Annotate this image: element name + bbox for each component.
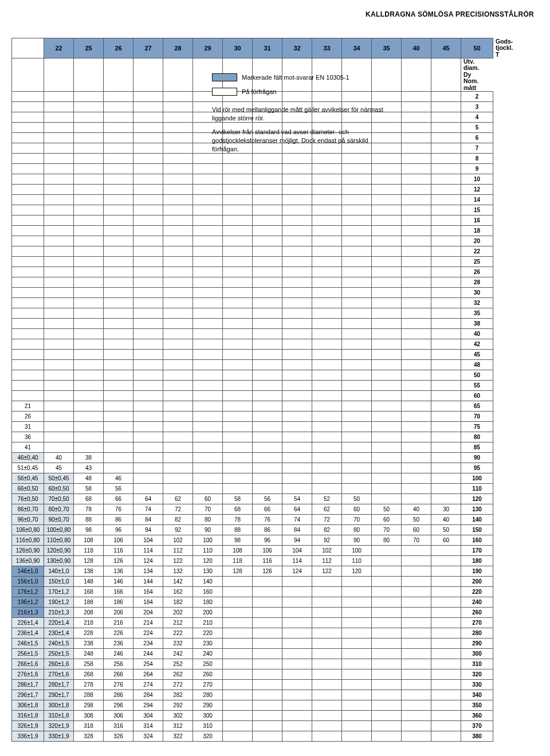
cell: 316 <box>104 721 133 731</box>
col-header: 22 <box>44 38 74 58</box>
table-row: 10 <box>12 174 534 185</box>
col-header: 33 <box>312 38 342 58</box>
cell <box>44 277 74 288</box>
cell: 196±1,2 <box>12 597 44 608</box>
cell <box>312 236 342 246</box>
right-value: 150 <box>461 525 493 535</box>
cell <box>223 432 253 442</box>
cell <box>133 370 163 381</box>
cell <box>312 308 342 319</box>
cell: 238 <box>74 639 104 649</box>
cell: 110 <box>342 556 372 566</box>
cell: 80 <box>342 525 372 535</box>
cell: 106±0,80 <box>12 525 44 535</box>
cell <box>223 257 253 267</box>
cell <box>312 381 342 391</box>
cell: 114 <box>133 546 163 556</box>
cell <box>253 154 282 164</box>
cell: 180 <box>193 597 223 608</box>
cell <box>104 442 133 453</box>
cell <box>44 350 74 360</box>
cell <box>402 690 431 700</box>
cell: 110 <box>193 546 223 556</box>
table-row: 316±1,8310±1,8308306304302300360 <box>12 711 534 721</box>
cell <box>372 267 402 277</box>
cell: 280±1,7 <box>44 680 74 690</box>
cell: 92 <box>312 535 342 546</box>
cell: 182 <box>163 597 193 608</box>
cell <box>312 412 342 422</box>
cell: 100±0,80 <box>44 525 74 535</box>
cell: 286 <box>104 690 133 700</box>
cell: 308 <box>74 711 104 721</box>
cell <box>253 226 282 236</box>
cell <box>104 102 133 112</box>
cell: 112 <box>163 546 193 556</box>
right-value: 280 <box>461 628 493 639</box>
cell <box>402 391 431 401</box>
cell: 76 <box>253 515 282 525</box>
cell <box>431 308 461 319</box>
cell <box>104 236 133 246</box>
cell: 188 <box>74 597 104 608</box>
table-row: 156±1,0150±1,0148146144142140200 <box>12 577 534 587</box>
cell <box>402 205 431 216</box>
right-value: 32 <box>461 298 493 308</box>
cell <box>312 669 342 680</box>
cell <box>342 195 372 205</box>
cell <box>74 216 104 226</box>
cell: 64 <box>282 504 312 515</box>
cell: 56±0,45 <box>12 473 44 484</box>
cell <box>431 226 461 236</box>
cell <box>253 360 282 370</box>
right-value: 170 <box>461 546 493 556</box>
cell <box>104 164 133 174</box>
cell: 116 <box>104 546 133 556</box>
cell <box>431 401 461 412</box>
cell <box>282 226 312 236</box>
cell <box>44 164 74 174</box>
cell: 130±0,90 <box>44 556 74 566</box>
cell: 224 <box>133 628 163 639</box>
cell <box>133 267 163 277</box>
cell: 84 <box>282 525 312 535</box>
table-row: 60 <box>12 391 534 401</box>
cell <box>223 473 253 484</box>
cell <box>163 432 193 442</box>
cell <box>431 143 461 154</box>
cell: 30 <box>431 504 461 515</box>
page-title: KALLDRAGNA SÖMLÖSA PRECISIONSSTÅLRÖR <box>0 0 550 38</box>
table-row: 276±1,6270±1,6268266264262260320 <box>12 669 534 680</box>
cell: 98 <box>74 525 104 535</box>
cell <box>74 350 104 360</box>
cell <box>223 339 253 350</box>
table-row: 35 <box>12 308 534 319</box>
cell <box>431 700 461 711</box>
cell <box>282 205 312 216</box>
cell <box>163 442 193 453</box>
cell <box>372 246 402 257</box>
cell <box>193 442 223 453</box>
cell <box>312 422 342 432</box>
cell <box>223 484 253 494</box>
cell <box>402 236 431 246</box>
cell <box>223 442 253 453</box>
cell <box>193 432 223 442</box>
cell <box>44 112 74 123</box>
cell: 108 <box>223 546 253 556</box>
cell <box>253 700 282 711</box>
cell <box>312 442 342 453</box>
cell <box>342 587 372 597</box>
cell <box>44 123 74 133</box>
cell <box>104 185 133 195</box>
cell: 226±1,4 <box>12 618 44 628</box>
cell <box>402 257 431 267</box>
cell: 256 <box>104 659 133 669</box>
cell <box>431 350 461 360</box>
cell <box>282 401 312 412</box>
cell <box>431 319 461 329</box>
cell: 76 <box>104 504 133 515</box>
cell <box>282 164 312 174</box>
cell: 258 <box>74 659 104 669</box>
cell <box>133 205 163 216</box>
